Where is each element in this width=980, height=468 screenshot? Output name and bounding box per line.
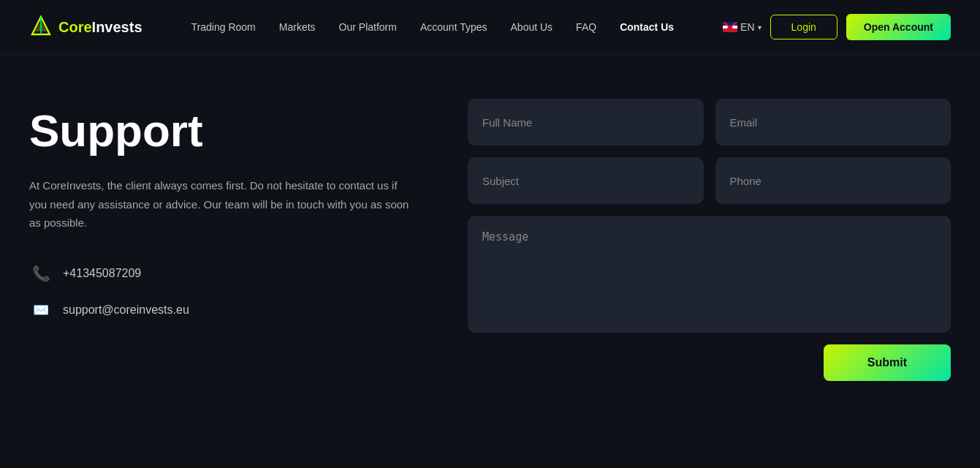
nav-links: Trading Room Markets Our Platform Accoun…	[191, 20, 674, 34]
logo[interactable]: CoreInvests	[29, 15, 143, 39]
nav-item-our-platform[interactable]: Our Platform	[339, 20, 397, 34]
email-icon: ✉️	[29, 298, 53, 322]
flag-icon	[723, 22, 737, 32]
email-input[interactable]	[715, 99, 951, 146]
login-button[interactable]: Login	[770, 15, 837, 39]
nav-item-faq[interactable]: FAQ	[576, 20, 596, 34]
page-title: Support	[29, 106, 424, 156]
phone-number: +41345087209	[63, 267, 141, 280]
navbar: CoreInvests Trading Room Markets Our Pla…	[0, 0, 980, 55]
submit-row: Submit	[468, 344, 951, 381]
language-selector[interactable]: EN ▾	[723, 21, 761, 33]
submit-button[interactable]: Submit	[824, 344, 951, 381]
chevron-down-icon: ▾	[758, 23, 761, 31]
logo-icon	[29, 15, 53, 39]
email-address: support@coreinvests.eu	[63, 303, 189, 317]
form-row-1	[468, 99, 951, 146]
full-name-input[interactable]	[468, 99, 704, 146]
nav-item-about-us[interactable]: About Us	[511, 20, 553, 34]
nav-item-markets[interactable]: Markets	[279, 20, 316, 34]
phone-contact-item: 📞 +41345087209	[29, 262, 424, 285]
nav-item-trading-room[interactable]: Trading Room	[191, 20, 256, 34]
email-contact-item: ✉️ support@coreinvests.eu	[29, 298, 424, 322]
open-account-button[interactable]: Open Account	[846, 14, 951, 40]
phone-icon: 📞	[29, 262, 53, 285]
left-column: Support At CoreInvests, the client alway…	[29, 99, 424, 381]
nav-right: EN ▾ Login Open Account	[723, 14, 951, 40]
main-content: Support At CoreInvests, the client alway…	[0, 55, 980, 410]
logo-text: CoreInvests	[58, 19, 143, 36]
message-textarea[interactable]	[468, 216, 951, 333]
nav-item-contact-us[interactable]: Contact Us	[620, 20, 674, 34]
subject-input[interactable]	[468, 157, 704, 204]
form-row-2	[468, 157, 951, 204]
contact-form: Submit	[468, 99, 951, 381]
support-description: At CoreInvests, the client always comes …	[29, 176, 409, 233]
phone-input[interactable]	[715, 157, 951, 204]
nav-item-account-types[interactable]: Account Types	[420, 20, 487, 34]
contact-items: 📞 +41345087209 ✉️ support@coreinvests.eu	[29, 262, 424, 322]
lang-label: EN	[740, 21, 754, 33]
